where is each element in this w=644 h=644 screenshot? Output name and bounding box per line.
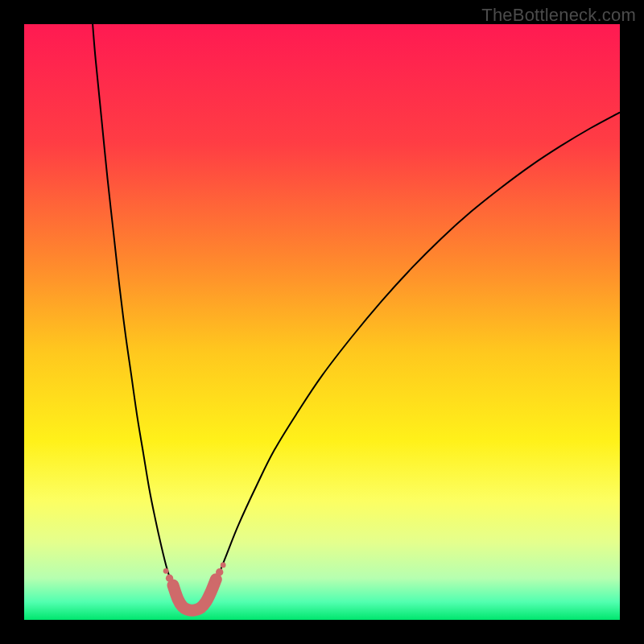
plot-area — [24, 24, 620, 620]
watermark-text: TheBottleneck.com — [481, 5, 636, 26]
plot-svg — [24, 24, 620, 620]
highlight-dot — [163, 568, 169, 574]
chart-frame: TheBottleneck.com — [0, 0, 644, 644]
highlight-dot — [166, 575, 173, 582]
highlight-dot — [221, 563, 226, 568]
gradient-background — [24, 24, 620, 620]
highlight-dot — [216, 568, 223, 576]
